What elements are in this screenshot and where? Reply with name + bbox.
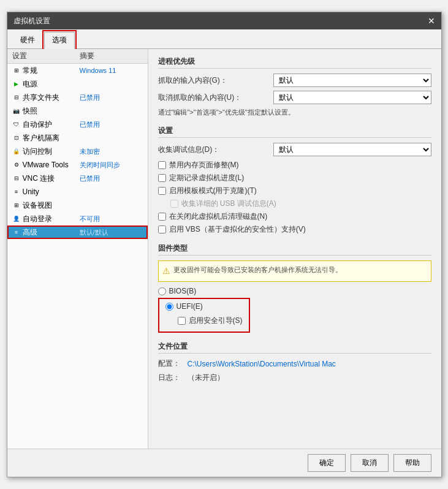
close-button[interactable]: ✕ <box>428 16 435 26</box>
radio-bios-label: BIOS(B) <box>169 287 197 295</box>
tab-hardware[interactable]: 硬件 <box>12 32 43 48</box>
checkbox-0[interactable] <box>158 161 166 169</box>
checkbox-row-2: 启用模板模式(用于克隆)(T) <box>158 186 431 196</box>
checkbox-label-5: 启用 VBS（基于虚拟化的安全性）支持(V) <box>169 224 306 235</box>
checkbox-label-0: 禁用内存页面修整(M) <box>169 160 239 170</box>
settings-section-title: 设置 <box>158 126 431 138</box>
collect-debug-row: 收集调试信息(D)： 默认 <box>158 143 431 156</box>
config-row: 配置： C:\Users\WorkStation\Documents\Virtu… <box>158 358 431 369</box>
col-settings-header: 设置 <box>12 51 80 61</box>
shared-folders-icon: ⊟ <box>12 93 21 102</box>
radio-uefi-label: UEFI(E) <box>177 302 203 311</box>
guest-isolation-icon: ⊡ <box>12 134 21 142</box>
setting-item-vnc[interactable]: ⊟ VNC 连接 已禁用 <box>7 172 148 185</box>
secure-boot-checkbox[interactable] <box>178 317 186 325</box>
checkbox-label-3: 收集详细的 USB 调试信息(A) <box>181 199 276 209</box>
dialog: 虚拟机设置 ✕ 硬件 选项 设置 摘要 ⊞ 常规 Windows 11 <box>7 12 442 477</box>
cancel-button[interactable]: 取消 <box>351 454 389 472</box>
uefi-box: UEFI(E) 启用安全引导(S) <box>158 298 250 333</box>
setting-item-power[interactable]: ▶ 电源 <box>7 77 148 91</box>
firmware-section: 固件类型 ⚠ 更改固件可能会导致已安装的客户机操作系统无法引导。 BIOS(B)… <box>158 243 431 333</box>
setting-item-autologin[interactable]: 👤 自动登录 不可用 <box>7 212 148 226</box>
grab-select[interactable]: 默认 <box>273 74 431 87</box>
secure-boot-label: 启用安全引导(S) <box>189 316 243 326</box>
radio-uefi-input[interactable] <box>165 303 173 311</box>
setting-item-access-control[interactable]: 🔒 访问控制 未加密 <box>7 145 148 158</box>
log-row: 日志： （未开启） <box>158 373 431 383</box>
vnc-icon: ⊟ <box>12 174 21 183</box>
footer: 确定 取消 帮助 <box>7 449 441 477</box>
setting-item-unity[interactable]: ≡ Unity <box>7 185 148 199</box>
setting-item-advanced[interactable]: ≡ 高级 默认/默认 <box>7 226 148 239</box>
setting-item-device-view[interactable]: ⊞ 设备视图 <box>7 199 148 212</box>
config-label: 配置： <box>158 358 183 369</box>
radio-bios-input[interactable] <box>158 287 166 295</box>
ok-button[interactable]: 确定 <box>308 454 346 472</box>
tab-bar: 硬件 选项 <box>7 29 441 49</box>
ungrab-label: 取消抓取的输入内容(U)： <box>158 93 268 103</box>
checkbox-label-4: 在关闭此虚拟机后清理磁盘(N) <box>169 211 268 222</box>
warning-icon: ⚠ <box>162 265 170 278</box>
grab-row: 抓取的输入内容(G)： 默认 <box>158 74 431 87</box>
col-summary-header: 摘要 <box>80 51 94 61</box>
setting-item-shared-folders[interactable]: ⊟ 共享文件夹 已禁用 <box>7 91 148 104</box>
general-icon: ⊞ <box>12 66 21 75</box>
title-bar: 虚拟机设置 ✕ <box>7 12 441 29</box>
checkbox-5[interactable] <box>158 226 166 233</box>
setting-item-autoprotect[interactable]: 🛡 自动保护 已禁用 <box>7 118 148 131</box>
log-label: 日志： <box>158 373 183 383</box>
main-content: 设置 摘要 ⊞ 常规 Windows 11 ▶ 电源 <box>7 49 441 449</box>
collect-debug-select[interactable]: 默认 <box>273 143 431 156</box>
grab-label: 抓取的输入内容(G)： <box>158 75 268 86</box>
autologin-icon: 👤 <box>12 214 21 223</box>
checkbox-row-1: 定期记录虚拟机进度(L) <box>158 173 431 183</box>
column-headers: 设置 摘要 <box>7 49 148 64</box>
checkbox-row-0: 禁用内存页面修整(M) <box>158 160 431 170</box>
priority-hint: 通过"编辑">"首选项">"优先级"指定默认设置。 <box>158 108 431 117</box>
checkbox-row-3: 收集详细的 USB 调试信息(A) <box>170 199 431 209</box>
config-value: C:\Users\WorkStation\Documents\Virtual M… <box>188 360 431 368</box>
unity-icon: ≡ <box>12 188 21 196</box>
log-value: （未开启） <box>188 373 431 383</box>
autoprotect-icon: 🛡 <box>12 120 21 129</box>
checkbox-row-5: 启用 VBS（基于虚拟化的安全性）支持(V) <box>158 224 431 235</box>
right-panel: 进程优先级 抓取的输入内容(G)： 默认 取消抓取的输入内容(U)： 默认 通过… <box>148 49 441 449</box>
checkbox-3 <box>170 200 178 208</box>
access-control-icon: 🔒 <box>12 147 21 156</box>
checkbox-2[interactable] <box>158 187 166 195</box>
device-view-icon: ⊞ <box>12 201 21 210</box>
left-panel: 设置 摘要 ⊞ 常规 Windows 11 ▶ 电源 <box>7 49 148 449</box>
file-location-title: 文件位置 <box>158 341 431 354</box>
checkbox-4[interactable] <box>158 213 166 221</box>
file-location-section: 文件位置 配置： C:\Users\WorkStation\Documents\… <box>158 341 431 383</box>
vmware-tools-icon: ⚙ <box>12 161 21 169</box>
checkbox-label-2: 启用模板模式(用于克隆)(T) <box>169 186 257 196</box>
setting-item-general[interactable]: ⊞ 常规 Windows 11 <box>7 64 148 77</box>
setting-item-snapshot[interactable]: 📷 快照 <box>7 104 148 118</box>
power-icon: ▶ <box>12 80 21 88</box>
tab-options[interactable]: 选项 <box>44 32 75 49</box>
ungrab-row: 取消抓取的输入内容(U)： 默认 <box>158 91 431 104</box>
collect-debug-label: 收集调试信息(D)： <box>158 145 268 155</box>
firmware-section-title: 固件类型 <box>158 243 431 256</box>
secure-boot-row: 启用安全引导(S) <box>178 316 243 326</box>
advanced-icon: ≡ <box>12 228 21 237</box>
ungrab-select[interactable]: 默认 <box>273 91 431 104</box>
setting-item-vmware-tools[interactable]: ⚙ VMware Tools 关闭时间同步 <box>7 158 148 172</box>
settings-section: 设置 收集调试信息(D)： 默认 禁用内存页面修整(M) 定期记录虚拟机进度(L… <box>158 126 431 235</box>
radio-bios: BIOS(B) <box>158 287 431 295</box>
snapshot-icon: 📷 <box>12 107 21 115</box>
setting-item-guest-isolation[interactable]: ⊡ 客户机隔离 <box>7 131 148 145</box>
priority-section: 进程优先级 抓取的输入内容(G)： 默认 取消抓取的输入内容(U)： 默认 通过… <box>158 56 431 117</box>
dialog-title: 虚拟机设置 <box>13 16 50 26</box>
checkbox-1[interactable] <box>158 174 166 182</box>
priority-section-title: 进程优先级 <box>158 56 431 69</box>
help-button[interactable]: 帮助 <box>393 454 431 472</box>
firmware-warning-text: 更改固件可能会导致已安装的客户机操作系统无法引导。 <box>173 265 342 275</box>
firmware-warning: ⚠ 更改固件可能会导致已安装的客户机操作系统无法引导。 <box>158 260 431 282</box>
checkbox-label-1: 定期记录虚拟机进度(L) <box>169 173 245 183</box>
checkbox-row-4: 在关闭此虚拟机后清理磁盘(N) <box>158 211 431 222</box>
radio-uefi: UEFI(E) <box>165 302 243 311</box>
